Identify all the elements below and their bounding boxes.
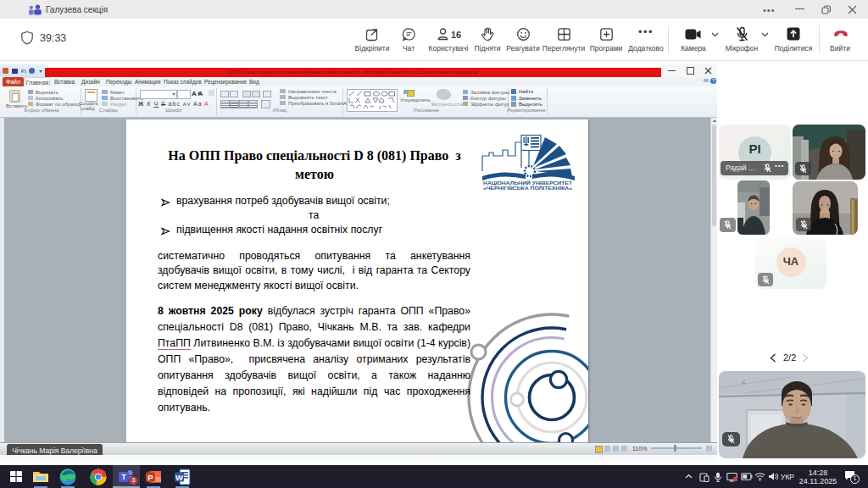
svg-text:НАЦІОНАЛЬНИЙ УНІВЕРСИТЕТ: НАЦІОНАЛЬНИЙ УНІВЕРСИТЕТ [483, 180, 572, 186]
svg-text:T: T [121, 473, 126, 481]
svg-text:P: P [147, 473, 153, 482]
svg-text:W: W [175, 473, 183, 482]
svg-text:«ЧЕРНІГІВСЬКА ПОЛІТЕХНІКА»: «ЧЕРНІГІВСЬКА ПОЛІТЕХНІКА» [483, 186, 573, 190]
